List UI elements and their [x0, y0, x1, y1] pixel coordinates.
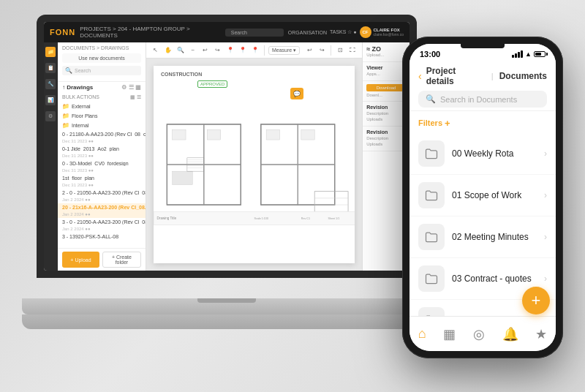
toolbar-zoom-out[interactable]: − [188, 45, 198, 56]
main-viewer: ↖ ✋ 🔍 − ↩ ↪ 📍 📍 📍 Measure ▾ [146, 42, 362, 271]
docs-search-bar[interactable]: 🔍 Search [62, 66, 141, 75]
file-item-3[interactable]: 0 - 3D-Model_CV0_fordesign Dec 31 2023 ●… [58, 159, 146, 174]
docs-search-input[interactable]: Search [75, 68, 138, 73]
filters-button[interactable]: Filters + [418, 118, 450, 129]
folder-icon-meeting-minutes [418, 224, 445, 250]
rail-icon-3[interactable]: 🔧 [45, 79, 56, 89]
svg-rect-9 [173, 171, 193, 184]
doc-name-scope: 01 Scope of Work [452, 190, 521, 200]
measure-label: Measure [272, 48, 292, 53]
back-arrow-icon[interactable]: ‹ [418, 70, 422, 82]
upload-button[interactable]: + Upload [62, 252, 99, 268]
fab-button[interactable]: + [522, 287, 550, 314]
toolbar-fullscreen[interactable]: ⛶ [347, 45, 358, 56]
file-item-2-date: Dec 31 2023 ●● [62, 154, 94, 158]
phone-project-details[interactable]: Project details [426, 66, 486, 86]
wifi-icon: ▲ [525, 50, 532, 58]
right-panel-upload-info: Upload... [366, 53, 406, 59]
rail-icon-2[interactable]: 📋 [45, 63, 56, 73]
nav-files[interactable]: ▦ [437, 323, 461, 345]
toolbar-fit[interactable]: ⊡ [335, 45, 345, 56]
toolbar-rotate-left[interactable]: ↩ [200, 45, 211, 56]
laptop-screen-border: FONN PROJECTS > 204 - HAMPTON GROUP > DO… [37, 15, 417, 278]
revision-text: Description [366, 111, 406, 117]
toolbar-measure[interactable]: Measure ▾ [268, 46, 300, 55]
rail-docs-icon[interactable]: 📁 [45, 47, 56, 57]
phone-search-icon: 🔍 [426, 94, 436, 104]
nav-home[interactable]: ⌂ [412, 323, 432, 344]
file-item-6-name: 20 - 21x16-A-AA23-200 (Rev Cl_08... [62, 205, 146, 210]
svg-rect-23 [266, 129, 279, 140]
file-item-1[interactable]: 0 - 21180-A-AA23-200 (Rev Cl_08_cl.3... … [58, 130, 146, 145]
file-item-5[interactable]: 2 - 0 - 21050-A-AA23-200 (Rev Cl_08... J… [58, 189, 146, 203]
file-item-7[interactable]: 3 - 0 - 21050-A-AA23-200 (Rev Cl_08... J… [58, 218, 146, 233]
file-item-6-date: Jan 2 2024 ●● [62, 212, 91, 216]
drawing-sheet: CONSTRUCTION APPROVED 💬 [154, 66, 355, 263]
floor-plan-container: CONSTRUCTION APPROVED 💬 [154, 66, 355, 263]
right-panel-viewer-text: Apps... [366, 72, 406, 78]
folder-icon-drawing [418, 307, 445, 316]
signal-bar-3 [518, 52, 520, 58]
camera-icon: ◎ [473, 326, 485, 342]
file-item-6-active[interactable]: 20 - 21x16-A-AA23-200 (Rev Cl_08... Jan … [58, 203, 146, 218]
zoom-indicator: ≈ ZO [366, 45, 406, 53]
create-folder-button[interactable]: + Create folder [102, 252, 141, 268]
file-item-8[interactable]: 3 - 13920-PSK-5-ALL-08 [58, 233, 146, 241]
org-label: ORGANISATION [288, 30, 327, 35]
doc-name-weekly-rota: 00 Weekly Rota [452, 148, 514, 159]
app-search-bar[interactable]: Search [225, 29, 284, 37]
phone-time: 13:00 [420, 50, 440, 59]
toolbar-zoom-in[interactable]: 🔍 [176, 45, 186, 56]
nav-star[interactable]: ★ [529, 323, 553, 345]
folder-external-name: External [72, 104, 141, 109]
tasks-label: TASKS ☆ ● [330, 29, 357, 35]
folder-internal[interactable]: 📁 Internal [58, 121, 146, 130]
file-item-1-date: Dec 31 2023 ●● [62, 139, 94, 143]
toolbar-pan[interactable]: ✋ [163, 45, 173, 56]
toolbar-redo[interactable]: ↪ [317, 45, 327, 56]
svg-rect-20 [298, 165, 334, 205]
doc-name-meeting-minutes: 02 Meeting Minutes [452, 232, 529, 242]
phone: 13:00 ▲ ‹ Pr [402, 37, 563, 358]
doc-item-meeting-minutes[interactable]: 02 Meeting Minutes › [410, 216, 556, 258]
doc-item-weekly-rota[interactable]: 00 Weekly Rota › [410, 133, 556, 175]
revision-title: Revision [366, 105, 406, 110]
toolbar-pin-orange[interactable]: 📍 [225, 45, 235, 56]
toolbar-sep-2 [331, 45, 331, 56]
phone-header-row: ‹ Project details | Documents [418, 66, 547, 86]
folder-icon: 📁 [62, 113, 69, 119]
download-button[interactable]: Download [366, 84, 406, 91]
file-item-4[interactable]: 1st_floor_plan Dec 31 2023 ●● [58, 174, 146, 189]
doc-chevron-meeting-minutes: › [544, 232, 547, 242]
nav-camera[interactable]: ◎ [467, 323, 491, 345]
svg-text:Scale 1:100: Scale 1:100 [254, 217, 268, 220]
battery-icon [534, 51, 546, 57]
folder-external[interactable]: 📁 External [58, 102, 146, 111]
file-item-2[interactable]: 0-1 Jide_2013_Ao2_plan Dec 31 2023 ●● [58, 145, 146, 159]
app-nav-breadcrumb: PROJECTS > 204 - HAMPTON GROUP > DOCUMEN… [80, 26, 221, 39]
phone-filters-row: Filters + [410, 111, 556, 133]
svg-text:Drawing Title: Drawing Title [157, 216, 177, 220]
docs-search-icon: 🔍 [65, 67, 72, 74]
rail-icon-4[interactable]: 📊 [45, 95, 56, 105]
doc-item-scope[interactable]: 01 Scope of Work › [410, 175, 556, 216]
toolbar-pin-blue[interactable]: 📍 [238, 45, 248, 56]
svg-text:Rev C1: Rev C1 [301, 217, 310, 220]
toolbar-undo[interactable]: ↩ [304, 45, 314, 56]
use-new-docs[interactable]: Use new documents [62, 53, 141, 63]
right-panel-viewer-title: Viewer [366, 65, 406, 70]
doc-chevron-contract: › [544, 274, 547, 284]
folder-icon-contract [418, 265, 445, 292]
battery-fill [535, 53, 541, 56]
viewer-canvas[interactable]: CONSTRUCTION APPROVED 💬 [146, 59, 362, 271]
folder-floorplans[interactable]: 📁 Floor Plans [58, 111, 146, 121]
toolbar-rotate-right[interactable]: ↪ [213, 45, 223, 56]
toolbar-pin-green[interactable]: 📍 [250, 45, 260, 56]
nav-notifications[interactable]: 🔔 [497, 323, 524, 345]
app-topbar: FONN PROJECTS > 204 - HAMPTON GROUP > DO… [44, 22, 410, 42]
rail-icon-5[interactable]: ⚙ [45, 111, 56, 121]
toolbar-cursor[interactable]: ↖ [151, 45, 161, 56]
docs-breadcrumb: DOCUMENTS > DRAWINGS [62, 45, 141, 50]
file-item-4-date: Dec 31 2023 ●● [62, 183, 94, 187]
phone-search-bar[interactable]: 🔍 Search in Documents [418, 91, 547, 108]
